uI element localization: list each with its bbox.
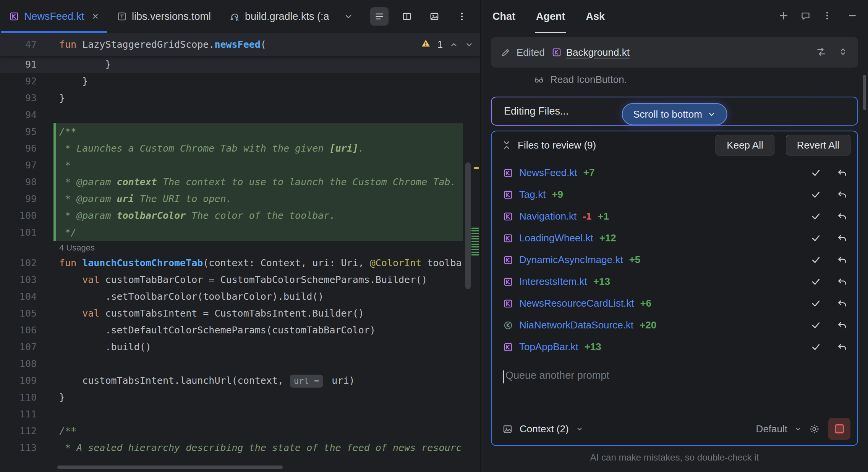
hidden-tabs-chevron-icon[interactable] [338, 0, 358, 33]
changed-lines-stripe-mark[interactable] [471, 228, 479, 256]
usages-hint[interactable]: 4 Usages [0, 241, 480, 255]
code-line-105[interactable]: 105 val customTabsIntent = CustomTabsInt… [0, 305, 480, 322]
revert-file-undo-icon[interactable] [837, 276, 847, 287]
assistant-tab-ask[interactable]: Ask [585, 0, 606, 33]
accept-file-check-icon[interactable] [811, 342, 821, 352]
code-line-96[interactable]: 96 * Launches a Custom Chrome Tab with t… [0, 140, 480, 157]
expand-collapse-icon[interactable] [838, 47, 848, 58]
panel-options-kebab-icon[interactable] [822, 11, 832, 22]
code-line-98[interactable]: 98 * @param context The context to use t… [0, 174, 480, 191]
code-line-111[interactable]: 111 [0, 406, 480, 423]
keep-all-button[interactable]: Keep All [716, 135, 774, 155]
file-review-row[interactable]: InterestsItem.kt +13 [492, 271, 857, 293]
file-review-row[interactable]: DynamicAsyncImage.kt +5 [492, 249, 857, 271]
accept-file-check-icon[interactable] [811, 298, 821, 309]
prompt-input[interactable]: Queue another prompt [492, 361, 857, 412]
collapse-icon[interactable] [502, 140, 512, 150]
attach-image-icon[interactable] [502, 424, 513, 434]
model-selector[interactable]: Default [756, 423, 787, 435]
context-chevron-down-icon[interactable] [576, 425, 583, 433]
editor-tab-build-gradle-kts-a[interactable]: Kbuild.gradle.kts (:a [220, 0, 338, 33]
code-line-108[interactable]: 108 [0, 356, 480, 372]
new-chat-plus-icon[interactable] [778, 10, 789, 23]
chat-history-bubble-icon[interactable] [800, 11, 811, 23]
read-file-row[interactable]: Read IconButton. [491, 68, 858, 91]
revert-file-undo-icon[interactable] [837, 298, 847, 309]
editor-list-button[interactable] [370, 7, 389, 26]
accept-file-check-icon[interactable] [811, 233, 821, 243]
file-name-link[interactable]: LoadingWheel.kt [519, 232, 593, 244]
file-name-link[interactable]: NiaNetworkDataSource.kt [519, 319, 633, 331]
revert-file-undo-icon[interactable] [837, 168, 847, 178]
file-review-row[interactable]: NewsFeed.kt +7 [492, 162, 857, 184]
file-name-link[interactable]: NewsResourceCardList.kt [519, 297, 634, 309]
edited-file-link[interactable]: Background.kt [566, 47, 630, 58]
accept-file-check-icon[interactable] [811, 276, 821, 287]
revert-file-undo-icon[interactable] [837, 211, 847, 221]
accept-file-check-icon[interactable] [811, 211, 821, 221]
file-name-link[interactable]: Navigation.kt [519, 210, 577, 222]
revert-file-undo-icon[interactable] [837, 189, 847, 200]
revert-file-undo-icon[interactable] [837, 342, 847, 352]
code-editor[interactable]: 91 }92 }93}9495/**96 * Launches a Custom… [0, 56, 480, 472]
gear-icon[interactable] [809, 424, 820, 435]
file-name-link[interactable]: DynamicAsyncImage.kt [519, 254, 623, 266]
close-tab-icon[interactable]: × [92, 10, 99, 23]
revert-file-undo-icon[interactable] [837, 320, 847, 330]
accept-file-check-icon[interactable] [811, 189, 821, 200]
chat-vertical-scrollbar[interactable] [863, 75, 866, 110]
code-line-113[interactable]: 113 * A sealed hierarchy describing the … [0, 440, 480, 456]
code-line-112[interactable]: 112/** [0, 423, 480, 440]
split-editor-button[interactable] [398, 7, 416, 26]
file-name-link[interactable]: NewsFeed.kt [519, 167, 577, 179]
file-review-row[interactable]: TopAppBar.kt +13 [492, 336, 857, 358]
code-line-106[interactable]: 106 .setDefaultColorSchemeParams(customT… [0, 322, 480, 339]
next-problem-chevron-down-icon[interactable] [465, 40, 473, 49]
file-review-row[interactable]: NiaNetworkDataSource.kt +20 [492, 314, 857, 336]
screenshot-button[interactable] [425, 7, 444, 26]
code-line-104[interactable]: 104 .setToolbarColor(toolbarColor).build… [0, 288, 480, 305]
revert-file-undo-icon[interactable] [837, 255, 847, 265]
file-name-link[interactable]: Tag.kt [519, 189, 546, 200]
revert-file-undo-icon[interactable] [837, 233, 847, 243]
code-line-99[interactable]: 99 * @param uri The URI to open. [0, 191, 480, 207]
assistant-tab-chat[interactable]: Chat [492, 0, 516, 33]
file-name-link[interactable]: InterestsItem.kt [519, 276, 587, 288]
editor-vertical-scrollbar[interactable] [465, 162, 471, 289]
code-line-109[interactable]: 109 customTabsIntent.launchUrl(context, … [0, 372, 480, 389]
sticky-code-header[interactable]: 47 fun LazyStaggeredGridScope.newsFeed( … [0, 33, 480, 56]
code-line-94[interactable]: 94 [0, 107, 480, 123]
accept-file-check-icon[interactable] [811, 255, 821, 265]
code-line-92[interactable]: 92 } [0, 73, 480, 90]
code-line-97[interactable]: 97 * [0, 157, 480, 174]
stop-button[interactable] [828, 418, 850, 440]
revert-all-button[interactable]: Revert All [786, 135, 850, 155]
editor-horizontal-scrollbar[interactable] [57, 466, 283, 469]
file-review-row[interactable]: Tag.kt +9 [492, 184, 857, 205]
model-chevron-down-icon[interactable] [794, 425, 802, 433]
prev-problem-chevron-up-icon[interactable] [450, 40, 458, 49]
diff-icon[interactable] [816, 47, 826, 58]
code-line-91[interactable]: 91 } [0, 56, 480, 73]
file-review-row[interactable]: Navigation.kt -1 +1 [492, 205, 857, 227]
editor-tab-newsfeed-kt[interactable]: NewsFeed.kt× [0, 0, 108, 33]
code-line-93[interactable]: 93} [0, 90, 480, 107]
assistant-tab-agent[interactable]: Agent [535, 0, 566, 33]
code-line-107[interactable]: 107 .build() [0, 339, 480, 356]
code-line-95[interactable]: 95/** [0, 123, 480, 140]
hide-panel-minimize-icon[interactable] [847, 11, 857, 22]
code-line-110[interactable]: 110} [0, 389, 480, 406]
file-review-row[interactable]: LoadingWheel.kt +12 [492, 227, 857, 249]
code-line-101[interactable]: 101 */ [0, 224, 480, 241]
editor-more-kebab-icon[interactable] [453, 7, 471, 26]
file-review-row[interactable]: NewsResourceCardList.kt +6 [492, 293, 857, 314]
code-line-103[interactable]: 103 val customTabBarColor = CustomTabCol… [0, 272, 480, 288]
accept-file-check-icon[interactable] [811, 168, 821, 178]
code-line-102[interactable]: 102fun launchCustomChromeTab(context: Co… [0, 255, 480, 272]
file-name-link[interactable]: TopAppBar.kt [519, 341, 578, 353]
editor-tab-libs-versions-toml[interactable]: libs.versions.toml [108, 0, 220, 33]
code-line-100[interactable]: 100 * @param toolbarColor The color of t… [0, 207, 480, 224]
warning-stripe-mark[interactable] [474, 167, 479, 169]
scroll-to-bottom-button[interactable]: Scroll to bottom [622, 103, 727, 125]
accept-file-check-icon[interactable] [811, 320, 821, 330]
